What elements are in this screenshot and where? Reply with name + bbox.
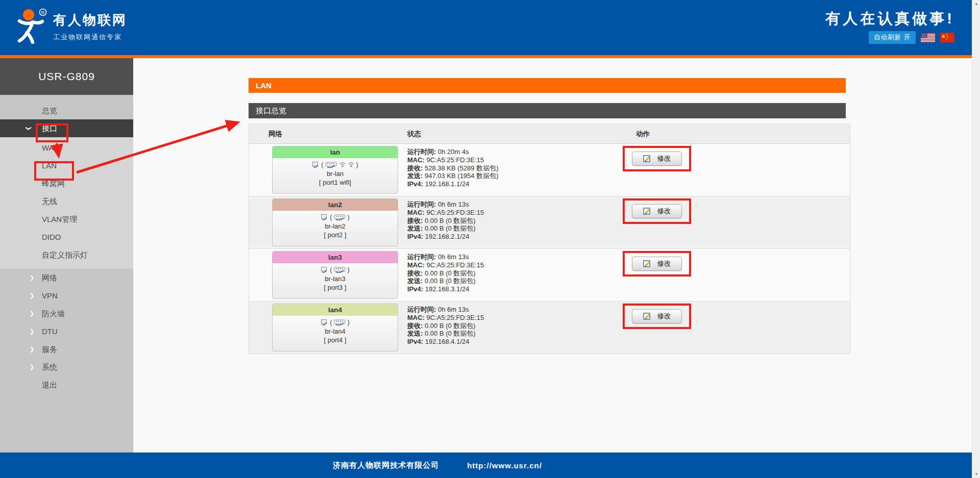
interface-name: lan2 <box>273 199 398 211</box>
interface-icons: ( ) <box>273 317 398 327</box>
edit-button-lan3[interactable]: 修改 <box>632 257 682 271</box>
bridge-name: br-lan <box>273 169 398 178</box>
interface-card-lan4: lan4 ( ) br-lan4 [ port4 ] <box>272 304 398 351</box>
main-content: LAN 接口总览 网络 状态 动作 lan ( <box>133 58 972 452</box>
bridge-name: br-lan4 <box>273 327 398 336</box>
router-admin-page: R 有人物联网 工业物联网通信专家 有人在认真做事! 自动刷新 开 <box>0 0 980 478</box>
header-controls: 自动刷新 开 ★ <box>869 31 954 44</box>
interface-icons: ( ) <box>273 160 398 169</box>
header-right: 有人在认真做事! 自动刷新 开 ★ <box>825 10 954 44</box>
interface-name: lan4 <box>273 304 398 316</box>
interface-name: lan <box>273 146 398 158</box>
brand: R 有人物联网 工业物联网通信专家 <box>13 7 127 44</box>
edit-icon <box>643 155 651 163</box>
chevron-right-icon: ❯ <box>30 287 34 305</box>
col-network: 网络 <box>249 130 402 139</box>
table-row-lan4: lan4 ( ) br-lan4 [ port4 ] <box>249 301 850 354</box>
footer-url[interactable]: http://www.usr.cn/ <box>467 461 542 470</box>
edit-button-lan[interactable]: 修改 <box>632 152 682 166</box>
section-title: 接口总览 <box>249 103 846 118</box>
ethernet-port-icon <box>321 266 328 273</box>
sidebar-item-wireless[interactable]: 无线 <box>0 192 133 210</box>
usr-logo-icon: R <box>13 7 47 44</box>
wifi-icon <box>339 161 346 168</box>
footer: 济南有人物联网技术有限公司 http://www.usr.cn/ <box>0 452 972 478</box>
table-header-row: 网络 状态 动作 <box>249 124 850 144</box>
sidebar-item-services[interactable]: ❯服务 <box>0 340 133 358</box>
ethernet-port-icon <box>321 214 328 220</box>
switch-icon <box>334 214 346 220</box>
col-status: 状态 <box>402 130 622 139</box>
interface-status: 运行时间: 0h 6m 13s MAC: 9C:A5:25:FD:3E:15 接… <box>402 249 622 301</box>
interface-status: 运行时间: 0h 6m 13s MAC: 9C:A5:25:FD:3E:15 接… <box>402 196 622 248</box>
port-list: [ port1 wifi] <box>273 178 398 187</box>
table-row-lan3: lan3 ( ) br-lan3 [ port3 ] <box>249 249 850 301</box>
scrollbar[interactable]: ▲ ▼ <box>972 0 980 478</box>
sidebar-item-dido[interactable]: DIDO <box>0 228 133 246</box>
interface-table: 网络 状态 动作 lan ( <box>249 124 850 354</box>
chevron-right-icon: ❯ <box>30 305 34 322</box>
interfaces-submenu: WAN LAN 蜂窝网 无线 VLAN管理 DIDO 自定义指示灯 <box>0 137 133 269</box>
bridge-name: br-lan2 <box>273 222 398 231</box>
switch-icon <box>334 319 346 325</box>
ethernet-port-icon <box>312 161 320 168</box>
sidebar-nav: 总览 ❯接口 WAN LAN 蜂窝网 无线 VLAN管理 DIDO 自定义指示灯… <box>0 95 133 394</box>
brand-text: 有人物联网 工业物联网通信专家 <box>53 7 127 42</box>
chevron-right-icon: ❯ <box>30 322 34 340</box>
chevron-right-icon: ❯ <box>30 340 34 358</box>
port-list: [ port4 ] <box>273 336 398 344</box>
sidebar-item-vlan[interactable]: VLAN管理 <box>0 210 133 228</box>
ethernet-port-icon <box>321 319 328 325</box>
sidebar-item-system[interactable]: ❯系统 <box>0 358 133 376</box>
reg-mark-glyph: R <box>41 10 45 15</box>
wifi-icon <box>348 161 355 168</box>
sidebar-item-interfaces[interactable]: ❯接口 <box>0 119 133 137</box>
chevron-down-icon: ❯ <box>20 126 38 131</box>
interface-card-lan2: lan2 ( ) br-lan2 [ port2 ] <box>272 198 398 246</box>
interface-icons: ( ) <box>273 212 398 222</box>
edit-button-lan2[interactable]: 修改 <box>632 204 682 218</box>
sidebar-item-dtu[interactable]: ❯DTU <box>0 322 133 340</box>
port-list: [ port3 ] <box>273 283 398 292</box>
annotation-box: 修改 <box>623 304 691 329</box>
col-action: 动作 <box>622 130 850 139</box>
svg-text:★: ★ <box>941 33 946 39</box>
annotation-box: 修改 <box>623 251 691 276</box>
edit-button-lan4[interactable]: 修改 <box>632 309 682 323</box>
sidebar-item-wan[interactable]: WAN <box>0 139 133 157</box>
scroll-down-arrow-icon[interactable]: ▼ <box>972 472 980 476</box>
sidebar: USR-G809 总览 ❯接口 WAN LAN 蜂窝网 无线 VLAN管理 DI… <box>0 58 133 452</box>
footer-company: 济南有人物联网技术有限公司 <box>333 461 439 470</box>
port-list: [ port2 ] <box>273 231 398 239</box>
device-name: USR-G809 <box>0 58 133 95</box>
chevron-right-icon: ❯ <box>30 269 34 287</box>
cn-flag-icon[interactable]: ★ <box>940 33 954 42</box>
sidebar-item-network[interactable]: ❯网络 <box>0 269 133 287</box>
interface-name: lan3 <box>273 251 398 263</box>
auto-refresh-toggle[interactable]: 自动刷新 开 <box>869 31 916 44</box>
sidebar-item-firewall[interactable]: ❯防火墙 <box>0 305 133 322</box>
us-flag-icon[interactable] <box>921 33 935 42</box>
annotation-box: 修改 <box>623 198 691 224</box>
switch-icon <box>334 266 346 273</box>
interface-card-lan3: lan3 ( ) br-lan3 [ port3 ] <box>272 251 398 299</box>
interface-card-lan: lan ( ) br-lan [ port1 wifi] <box>272 146 398 194</box>
sidebar-item-lan[interactable]: LAN <box>0 157 133 174</box>
scroll-up-arrow-icon[interactable]: ▲ <box>972 2 980 6</box>
sidebar-item-vpn[interactable]: ❯VPN <box>0 287 133 305</box>
edit-icon <box>643 260 651 268</box>
edit-icon <box>643 312 651 320</box>
table-row-lan2: lan2 ( ) br-lan2 [ port2 ] <box>249 196 850 249</box>
sidebar-item-custom-led[interactable]: 自定义指示灯 <box>0 246 133 264</box>
brand-title: 有人物联网 <box>53 12 127 28</box>
annotation-box: 修改 <box>623 146 691 171</box>
edit-icon <box>643 207 651 215</box>
sidebar-item-logout[interactable]: 退出 <box>0 376 133 394</box>
brand-subtitle: 工业物联网通信专家 <box>53 33 127 42</box>
page-title: LAN <box>249 78 846 93</box>
sidebar-item-overview[interactable]: 总览 <box>0 102 133 119</box>
bridge-name: br-lan3 <box>273 274 398 283</box>
top-header: R 有人物联网 工业物联网通信专家 有人在认真做事! 自动刷新 开 <box>0 0 972 55</box>
interface-status: 运行时间: 0h 6m 13s MAC: 9C:A5:25:FD:3E:15 接… <box>402 301 622 354</box>
sidebar-item-cellular[interactable]: 蜂窝网 <box>0 174 133 192</box>
